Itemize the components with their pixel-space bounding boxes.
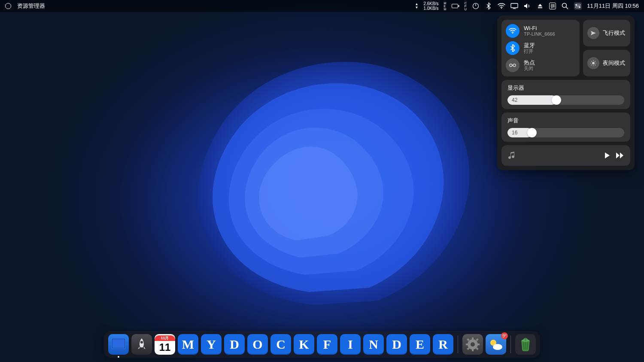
svg-rect-28 [112,339,125,348]
connectivity-card: Wi-FiTP-LINK_6666 蓝牙打开 热点关闭 [501,20,580,76]
svg-rect-1 [458,5,459,7]
svg-rect-33 [472,349,474,351]
svg-rect-36 [467,338,469,341]
svg-line-23 [591,61,592,62]
input-method-icon[interactable]: 拼 [549,3,556,9]
clock[interactable]: 11月11日 周四 10:56 [587,2,639,10]
svg-rect-5 [511,3,518,8]
svg-line-24 [595,65,596,66]
mem-label[interactable]: MEM [444,2,446,11]
night-mode-toggle[interactable]: 夜间模式 [583,50,630,76]
svg-rect-32 [472,338,474,340]
svg-point-4 [501,8,502,9]
brightness-value: 42 [512,97,517,103]
wifi-icon[interactable] [498,2,505,10]
dock-letter-k-5[interactable]: K [294,334,314,355]
dock-letter-i-7[interactable]: I [340,334,361,355]
eject-icon[interactable] [536,2,544,10]
dock-letter-n-8[interactable]: N [363,334,384,355]
dock-trash[interactable] [515,334,536,355]
svg-point-13 [579,6,580,8]
night-mode-label: 夜间模式 [603,59,625,67]
dock-launchpad[interactable] [131,334,152,355]
svg-rect-35 [477,344,480,345]
control-center-panel: Wi-FiTP-LINK_6666 蓝牙打开 热点关闭 飞行模式 夜间模式 显示… [497,15,635,170]
sound-section: 声音 16 [501,113,630,142]
dock: 11月 11 MYDOCKFINDER 9° [104,331,540,358]
dock-letter-r-11[interactable]: R [433,334,453,355]
airplane-label: 飞行模式 [603,29,625,37]
hotspot-toggle[interactable]: 热点关闭 [506,58,575,72]
app-menu-name[interactable]: 资源管理器 [17,2,45,10]
volume-icon[interactable] [523,2,531,10]
play-button[interactable] [604,152,611,159]
bluetooth-icon[interactable] [485,2,492,10]
bluetooth-toggle[interactable]: 蓝牙打开 [506,41,575,55]
network-speed[interactable]: 2.6KB/s 1.0KB/s [423,1,438,11]
svg-rect-34 [466,344,468,345]
svg-point-8 [562,3,567,8]
dock-finder[interactable] [108,334,129,355]
display-label: 显示器 [507,84,624,92]
search-icon[interactable] [561,2,569,10]
svg-point-29 [140,341,143,344]
menu-bar: 资源管理器 ▲▼ 2.6KB/s 1.0KB/s MEM CPU 拼 11月11… [0,0,644,12]
cpu-label[interactable]: CPU [465,2,467,11]
svg-point-11 [576,4,577,6]
calendar-month: 11月 [155,335,175,341]
weather-badge: 9° [501,332,508,339]
svg-line-9 [566,7,568,9]
battery-icon[interactable] [452,2,459,10]
svg-line-25 [591,65,592,66]
next-track-button[interactable] [616,152,624,159]
dock-letter-e-10[interactable]: E [410,334,430,355]
svg-point-31 [471,342,475,347]
control-center-icon[interactable] [574,2,582,10]
svg-point-18 [592,62,595,64]
bluetooth-sub: 打开 [524,49,535,54]
calendar-day: 11 [159,341,171,354]
dock-settings[interactable] [462,334,483,355]
dock-letter-o-3[interactable]: O [247,334,268,355]
svg-rect-0 [452,4,458,8]
airplane-icon [587,27,599,39]
system-menu-icon[interactable] [5,3,11,9]
wifi-toggle[interactable]: Wi-FiTP-LINK_6666 [506,24,575,38]
volume-value: 16 [512,130,517,136]
cpu-gauge-icon[interactable] [472,2,480,10]
dock-letter-c-4[interactable]: C [270,334,291,355]
sound-label: 声音 [507,117,624,125]
bluetooth-icon [506,41,519,55]
svg-rect-38 [476,338,478,341]
wifi-icon [506,24,519,38]
bluetooth-title: 蓝牙 [524,42,535,49]
svg-line-26 [595,61,596,62]
night-mode-icon [587,57,599,69]
music-icon [507,151,516,160]
net-arrows-icon: ▲▼ [415,3,418,9]
media-controls-card [501,145,630,166]
dock-letter-y-1[interactable]: Y [201,334,222,355]
svg-point-41 [493,344,502,350]
svg-rect-7 [538,7,542,8]
brightness-slider[interactable]: 42 [507,95,624,105]
dock-calendar[interactable]: 11月 11 [155,334,175,355]
volume-slider[interactable]: 16 [507,128,624,137]
svg-point-16 [513,64,516,67]
dock-letter-f-6[interactable]: F [317,334,337,355]
hotspot-sub: 关闭 [524,66,535,71]
dock-separator [510,335,511,353]
dock-letter-d-2[interactable]: D [224,334,245,355]
dock-separator [458,335,458,353]
hotspot-icon [506,58,519,72]
display-brightness-section: 显示器 42 [501,80,630,109]
dock-weather[interactable]: 9° [486,334,506,355]
wifi-sub: TP-LINK_6666 [524,31,555,37]
monitor-icon[interactable] [510,2,518,10]
dock-letter-d-9[interactable]: D [386,334,407,355]
svg-point-14 [512,33,513,33]
dock-letter-m-0[interactable]: M [178,334,198,355]
airplane-mode-toggle[interactable]: 飞行模式 [583,20,630,46]
svg-point-15 [510,64,512,67]
hotspot-title: 热点 [524,59,535,66]
